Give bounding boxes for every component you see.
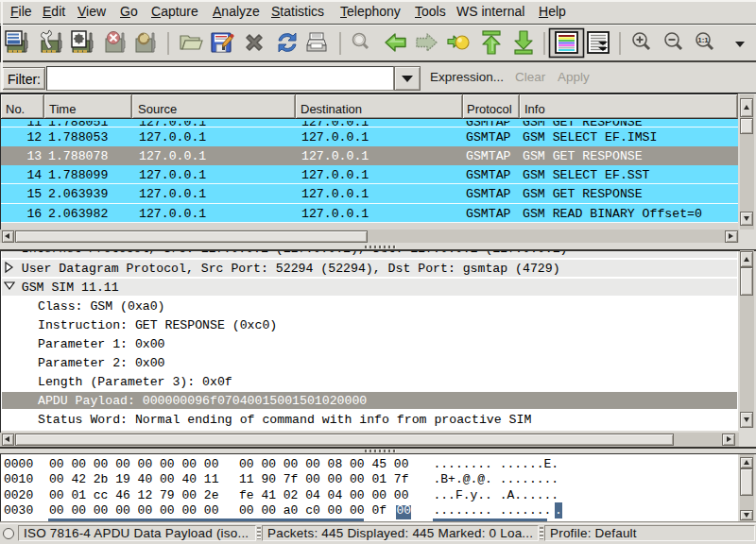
svg-text:1:1: 1:1	[697, 36, 709, 44]
